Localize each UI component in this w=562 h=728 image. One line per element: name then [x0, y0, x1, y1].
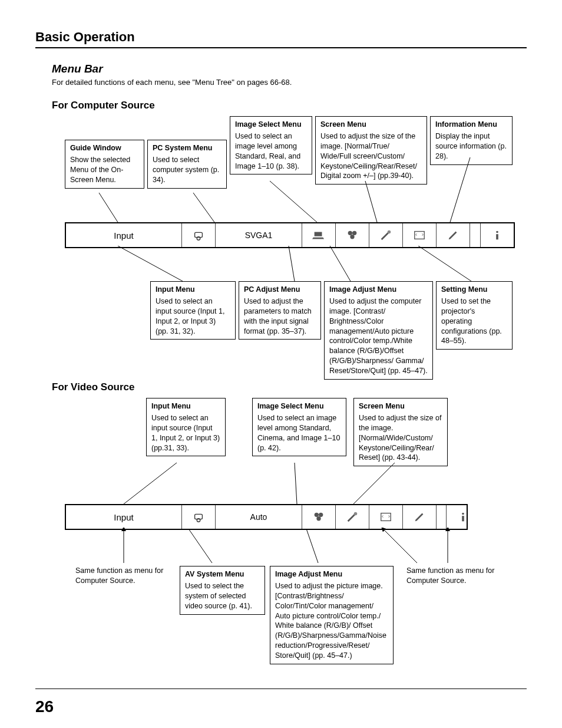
callout-input-menu: Input Menu Used to select an input sourc…: [150, 281, 236, 340]
svg-point-10: [388, 230, 391, 234]
svg-point-9: [350, 235, 354, 239]
svg-line-2: [270, 181, 317, 222]
callout-title: Image Select Menu: [257, 401, 341, 411]
svg-point-26: [354, 512, 358, 516]
callout-v-image-select: Image Select Menu Used to select an imag…: [252, 398, 346, 456]
callout-v-input: Input Menu Used to select an input sourc…: [146, 398, 226, 456]
video-source-title: For Video Source: [52, 381, 527, 393]
note-right-same-function: Same function as menu for Computer Sourc…: [406, 566, 501, 586]
clover-icon: [346, 229, 359, 242]
callout-desc: Used to select an image level among Stan…: [235, 132, 300, 170]
callout-title: Setting Menu: [441, 285, 507, 295]
cell-info-icon: [447, 505, 480, 529]
svg-rect-29: [462, 516, 464, 521]
cell-imgadj-icon: [336, 505, 369, 529]
svg-line-1: [193, 193, 214, 222]
svg-point-23: [315, 513, 319, 517]
cell-spacer: [437, 505, 447, 529]
callout-title: Guide Window: [70, 143, 139, 153]
cell-input: Input: [66, 223, 182, 247]
svg-point-25: [316, 516, 320, 521]
footer-rule: [35, 689, 527, 689]
svg-line-0: [99, 193, 118, 222]
svg-point-12: [496, 231, 498, 233]
wand-icon: [379, 229, 392, 242]
callout-title: Screen Menu: [320, 120, 422, 130]
cell-pcadjust-icon: [302, 223, 336, 247]
callout-title: Image Adjust Menu: [329, 285, 428, 295]
callout-title: AV System Menu: [185, 569, 260, 579]
callout-screen: Screen Menu Used to adjust the size of t…: [315, 116, 427, 185]
callout-title: PC System Menu: [153, 143, 222, 153]
cell-system-icon: [182, 505, 216, 529]
callout-desc: Used to set the projector's operating co…: [441, 297, 502, 345]
callout-desc: Used to adjust the parameters to match w…: [244, 297, 312, 335]
svg-line-20: [353, 463, 395, 504]
cell-imgadj-icon: [369, 223, 403, 247]
intro-text: For detailed functions of each menu, see…: [52, 78, 527, 87]
cell-setting-icon: [437, 223, 470, 247]
callout-title: PC Adjust Menu: [244, 285, 316, 295]
cell-info-icon: [481, 223, 514, 247]
video-menu-bar: Input Auto: [65, 504, 468, 530]
cell-system-icon: [182, 223, 216, 247]
callout-desc: Used to select an input source (Input 1,…: [151, 414, 220, 452]
callout-desc: Show the selected Menu of the On-Screen …: [70, 156, 130, 184]
gear-icon: [192, 229, 205, 242]
callout-desc: Used to select an image level among Stan…: [257, 414, 340, 452]
callout-desc: Used to adjust the picture image. [Contr…: [275, 582, 386, 660]
cell-mode: Auto: [216, 505, 302, 529]
callout-pc-adjust: PC Adjust Menu Used to adjust the parame…: [239, 281, 321, 340]
callout-desc: Used to adjust the size of the image. [N…: [359, 414, 441, 462]
callout-title: Input Menu: [156, 285, 230, 295]
page-number: 26: [35, 697, 54, 716]
wand-icon: [346, 510, 359, 523]
page-heading: Menu Bar: [52, 62, 527, 75]
callout-v-screen: Screen Menu Used to adjust the size of t…: [353, 398, 448, 466]
callout-image-adjust: Image Adjust Menu Used to adjust the com…: [324, 281, 433, 380]
callout-av-system: AV System Menu Used to select the system…: [180, 566, 265, 615]
cell-screen-icon: [369, 505, 403, 529]
info-icon: [491, 229, 504, 242]
info-icon: [457, 510, 470, 523]
callout-guide-window: Guide Window Show the selected Menu of t…: [65, 140, 144, 189]
callout-desc: Used to select an input source (Input 1,…: [156, 297, 224, 335]
cell-imgsel-icon: [302, 505, 336, 529]
laptop-icon: [312, 229, 325, 242]
svg-point-24: [319, 513, 323, 517]
svg-line-19: [295, 463, 297, 504]
callout-title: Image Adjust Menu: [275, 569, 388, 579]
screen-icon: [379, 510, 392, 523]
callout-title: Screen Menu: [359, 401, 442, 411]
svg-line-18: [124, 463, 177, 504]
callout-information: Information Menu Display the input sourc…: [430, 116, 513, 165]
callout-pc-system: PC System Menu Used to select computer s…: [147, 140, 227, 189]
callout-title: Information Menu: [435, 120, 507, 130]
svg-point-7: [348, 231, 352, 235]
note-left-same-function: Same function as menu for Computer Sourc…: [75, 566, 170, 586]
svg-point-8: [352, 231, 356, 235]
svg-line-32: [306, 529, 318, 563]
rule: [35, 47, 527, 48]
svg-line-15: [289, 246, 295, 281]
callout-desc: Used to adjust the size of the image. [N…: [320, 132, 417, 180]
computer-diagram: Guide Window Show the selected Menu of t…: [35, 116, 527, 375]
clover-icon: [312, 510, 325, 523]
callout-title: Input Menu: [151, 401, 220, 411]
callout-image-select: Image Select Menu Used to select an imag…: [230, 116, 312, 174]
computer-source-title: For Computer Source: [52, 100, 527, 111]
callout-desc: Used to select computer system (p. 34).: [153, 156, 219, 184]
computer-menu-bar: Input SVGA1: [65, 222, 515, 248]
gear-icon: [192, 510, 205, 523]
svg-line-3: [365, 181, 377, 222]
svg-rect-13: [496, 234, 498, 239]
svg-point-28: [462, 513, 464, 515]
svg-line-14: [118, 246, 183, 281]
video-diagram: Input Menu Used to select an input sourc…: [35, 398, 527, 681]
cell-imgsel-icon: [336, 223, 369, 247]
pen-icon: [447, 229, 459, 242]
cell-setting-icon: [403, 505, 437, 529]
svg-line-17: [418, 246, 471, 281]
svg-line-4: [450, 157, 470, 222]
section-title: Basic Operation: [35, 29, 527, 45]
